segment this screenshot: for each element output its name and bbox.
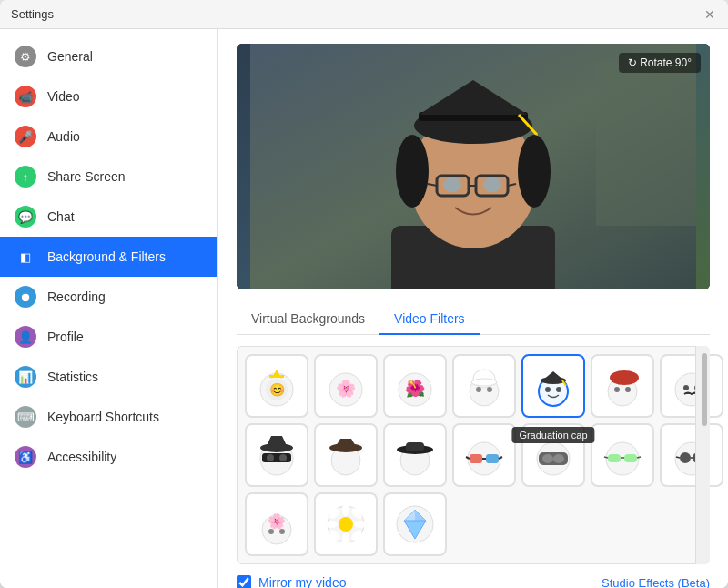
- sidebar-item-profile[interactable]: 👤Profile: [0, 317, 217, 357]
- svg-point-91: [325, 521, 338, 528]
- sidebar-item-accessibility[interactable]: ♿Accessibility: [0, 437, 217, 477]
- sidebar-label-background-filters: Background & Filters: [47, 249, 166, 264]
- sidebar-icon-video: 📹: [15, 86, 36, 107]
- filter-item-beret[interactable]: [591, 354, 654, 418]
- svg-point-52: [279, 454, 287, 461]
- main-panel: ↻ Rotate 90° Virtual Backgrounds Video F…: [218, 29, 728, 588]
- svg-marker-57: [335, 439, 357, 448]
- filter-item-flat-hat[interactable]: [383, 423, 447, 487]
- window-title: Settings: [11, 7, 54, 21]
- sidebar: ⚙General📹Video🎤Audio↑Share Screen💬Chat◧B…: [0, 29, 218, 588]
- svg-point-13: [483, 177, 501, 192]
- title-bar: Settings ✕: [0, 0, 728, 29]
- svg-point-20: [518, 135, 551, 208]
- svg-rect-63: [486, 454, 499, 463]
- studio-effects-button[interactable]: Studio Effects (Beta): [602, 576, 710, 589]
- close-button[interactable]: ✕: [703, 7, 717, 22]
- filter-item-blue-flower[interactable]: 🌺: [383, 354, 447, 418]
- svg-point-43: [625, 387, 631, 392]
- sidebar-icon-share-screen: ↑: [15, 166, 36, 188]
- filter-item-chef[interactable]: [452, 354, 516, 418]
- sidebar-label-chat: Chat: [47, 209, 75, 224]
- sidebar-label-recording: Recording: [47, 289, 106, 304]
- filter-item-pink-crown[interactable]: 🌸: [245, 492, 308, 556]
- mirror-row: Mirror my video Studio Effects (Beta): [237, 564, 710, 588]
- sidebar-item-chat[interactable]: 💬Chat: [0, 197, 217, 237]
- svg-point-89: [342, 503, 349, 516]
- sidebar-icon-chat: 💬: [15, 206, 36, 228]
- svg-point-69: [542, 454, 553, 463]
- sidebar-item-share-screen[interactable]: ↑Share Screen: [0, 157, 217, 197]
- svg-point-47: [683, 385, 689, 390]
- filter-daisy-icon: [322, 501, 369, 548]
- svg-point-78: [680, 452, 691, 463]
- svg-marker-54: [266, 436, 288, 448]
- filter-sunglasses-icon: [599, 431, 646, 479]
- filter-flat-hat-icon: [391, 431, 439, 479]
- scrollbar-thumb[interactable]: [702, 353, 707, 426]
- mirror-label[interactable]: Mirror my video: [258, 575, 346, 588]
- svg-point-37: [556, 387, 561, 392]
- filter-item-bandit[interactable]: [245, 423, 308, 487]
- sidebar-icon-keyboard-shortcuts: ⌨: [15, 406, 36, 428]
- filter-crown-icon: 😊: [253, 362, 300, 410]
- sidebar-icon-statistics: 📊: [15, 366, 36, 388]
- filter-cowboy-small-icon: [322, 431, 369, 479]
- svg-text:🌸: 🌸: [336, 379, 357, 399]
- sidebar-item-general[interactable]: ⚙General: [0, 36, 217, 76]
- filter-item-vr[interactable]: [521, 423, 585, 487]
- video-content: [237, 44, 710, 289]
- filter-item-mustache[interactable]: [660, 354, 723, 418]
- svg-point-33: [476, 387, 481, 392]
- main-content: ↻ Rotate 90° Virtual Backgrounds Video F…: [218, 29, 728, 588]
- svg-point-86: [279, 529, 285, 534]
- video-frame: [237, 44, 710, 289]
- filter-bandit-icon: [253, 431, 300, 479]
- svg-point-42: [614, 387, 620, 392]
- svg-rect-50: [262, 453, 291, 462]
- tab-virtual-backgrounds[interactable]: Virtual Backgrounds: [237, 304, 379, 335]
- svg-point-51: [267, 454, 274, 461]
- filter-item-round-glasses[interactable]: [660, 423, 723, 487]
- sidebar-icon-general: ⚙: [15, 46, 36, 67]
- sidebar-label-general: General: [47, 49, 93, 64]
- sidebar-icon-profile: 👤: [15, 326, 36, 348]
- svg-point-12: [443, 177, 461, 192]
- sidebar-label-profile: Profile: [47, 329, 84, 344]
- rotate-button[interactable]: ↻ Rotate 90°: [619, 53, 701, 73]
- sidebar-item-statistics[interactable]: 📊Statistics: [0, 357, 217, 397]
- filters-grid: 😊 🌸: [237, 346, 710, 564]
- sidebar-item-video[interactable]: 📹Video: [0, 76, 217, 117]
- tabs-container: Virtual Backgrounds Video Filters: [237, 304, 710, 335]
- svg-point-32: [471, 379, 497, 386]
- filter-item-diamond[interactable]: [383, 492, 447, 556]
- filter-item-graduation[interactable]: Graduation cap: [521, 354, 585, 418]
- mirror-checkbox[interactable]: [237, 575, 251, 588]
- svg-text:🌸: 🌸: [268, 512, 286, 530]
- filter-item-cowboy-small[interactable]: [314, 423, 378, 487]
- tab-video-filters[interactable]: Video Filters: [379, 304, 480, 335]
- svg-rect-72: [608, 454, 621, 462]
- sidebar-label-audio: Audio: [47, 129, 80, 144]
- svg-point-85: [268, 529, 274, 534]
- svg-point-88: [339, 517, 353, 532]
- svg-rect-62: [470, 454, 482, 463]
- settings-window: Settings ✕ ⚙General📹Video🎤Audio↑Share Sc…: [0, 0, 728, 588]
- filter-item-sunglasses[interactable]: [591, 423, 654, 487]
- svg-point-70: [553, 454, 564, 463]
- svg-line-75: [604, 457, 608, 458]
- sidebar-item-audio[interactable]: 🎤Audio: [0, 117, 217, 157]
- filter-item-flowers[interactable]: 🌸: [314, 354, 378, 418]
- filter-chef-icon: [460, 362, 508, 410]
- sidebar-item-keyboard-shortcuts[interactable]: ⌨Keyboard Shortcuts: [0, 397, 217, 437]
- filter-item-3d-glasses[interactable]: [452, 423, 516, 487]
- scrollbar[interactable]: [695, 346, 710, 564]
- sidebar-icon-accessibility: ♿: [15, 446, 36, 468]
- sidebar-item-background-filters[interactable]: ◧Background & Filters: [0, 237, 217, 277]
- svg-rect-60: [406, 442, 424, 451]
- filter-blue-flower-icon: 🌺: [391, 362, 439, 410]
- filter-item-daisy[interactable]: [314, 492, 378, 556]
- sidebar-item-recording[interactable]: ⏺Recording: [0, 277, 217, 317]
- filter-item-crown[interactable]: 😊: [245, 354, 308, 418]
- filter-vr-icon: [530, 431, 577, 479]
